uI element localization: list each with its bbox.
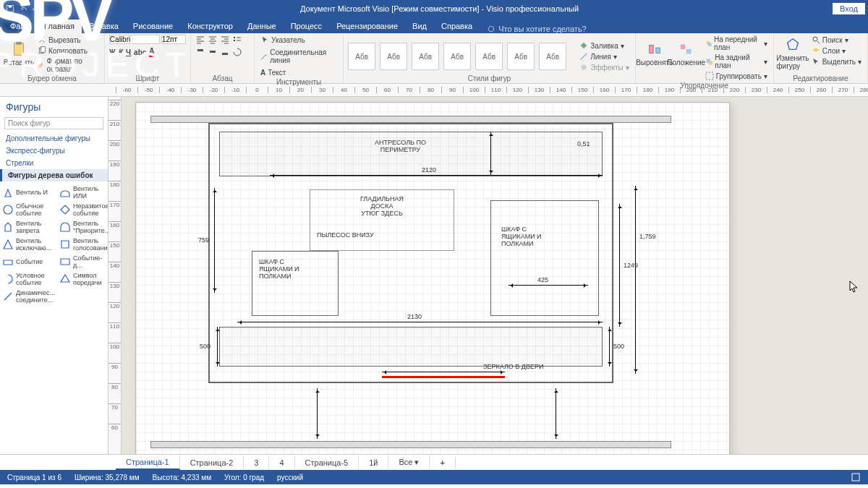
drawing-page[interactable]: АНТРЕСОЛЬ ПО ПЕРИМЕТРУ 2120 0,51 759 1,7… (136, 103, 729, 454)
group-clipboard-label: Буфер обмена (4, 74, 100, 83)
cut-button[interactable]: Вырезать (36, 35, 100, 45)
style-3[interactable]: Абв (412, 43, 439, 70)
shapes-cat-3[interactable]: Фигуры дерева ошибок (0, 169, 108, 181)
copy-button[interactable]: Копировать (36, 46, 100, 56)
stencil-0[interactable]: Вентиль И (1, 184, 56, 200)
align-middle-icon[interactable] (208, 47, 218, 57)
find-button[interactable]: Поиск▾ (810, 35, 863, 45)
status-height: Высота: 4,233 мм (153, 474, 211, 481)
line-button[interactable]: Линия▾ (578, 51, 630, 61)
label-cabinet-r: ШКАФ С ЯЩИКАМИ И ПОЛКАМИ (501, 226, 542, 247)
italic-button[interactable]: К (119, 48, 123, 56)
align-left-icon[interactable] (195, 35, 205, 45)
bottom-section[interactable] (219, 327, 603, 367)
style-6[interactable]: Абв (507, 43, 535, 70)
bring-front-button[interactable]: На передний план▾ (704, 35, 769, 52)
format-painter-button[interactable]: Формат по образцу (36, 56, 100, 74)
page-tab-1[interactable]: Страница-1 (116, 455, 180, 470)
change-shape-button[interactable]: Изменить фигуру (778, 35, 807, 72)
label-mirror: ЗЕРКАЛО В ДВЕРИ (483, 363, 543, 370)
font-color-button[interactable]: А (149, 47, 154, 57)
cabinet-right[interactable] (490, 200, 599, 316)
tab-help[interactable]: Справка (434, 20, 480, 33)
page-tab-6[interactable]: 1й (359, 456, 388, 469)
bullets-icon[interactable] (232, 35, 242, 45)
text-tool[interactable]: АТекст (259, 68, 339, 77)
shapes-search[interactable]: Поиск фигур (4, 117, 103, 129)
align-bottom-icon[interactable] (220, 47, 230, 57)
tab-data[interactable]: Данные (240, 20, 284, 33)
status-angle: Угол: 0 град (224, 474, 264, 481)
stencil-8[interactable]: Событие (1, 254, 56, 270)
tab-insert[interactable]: Вставка (82, 20, 126, 33)
tell-me[interactable]: Что вы хотите сделать? (487, 25, 587, 33)
align-center-icon[interactable] (208, 35, 218, 45)
svg-rect-3 (14, 43, 24, 55)
underline-button[interactable]: Ч (126, 48, 131, 56)
status-lang: русский (277, 474, 303, 481)
undo-icon[interactable] (19, 4, 27, 13)
align-top-icon[interactable] (195, 47, 205, 57)
font-family[interactable] (109, 35, 160, 44)
stencil-6[interactable]: Вентиль исключаю... (1, 236, 56, 252)
strike-button[interactable]: abc (134, 48, 146, 56)
stencil-3[interactable]: Неразвитое событие (59, 202, 108, 218)
send-back-button[interactable]: На задний план▾ (704, 53, 769, 70)
page-tab-4[interactable]: 4 (269, 456, 294, 469)
style-4[interactable]: Абв (443, 43, 471, 70)
style-5[interactable]: Абв (475, 43, 503, 70)
shapes-cat-0[interactable]: Дополнительные фигуры (0, 132, 108, 145)
view-mode-icon[interactable] (851, 472, 861, 482)
floor-dim-2 (556, 388, 556, 439)
stencil-2[interactable]: Обычное событие (1, 202, 56, 218)
shapes-cat-1[interactable]: Экспресс-фигуры (0, 145, 108, 157)
dim-mezz-h (490, 132, 491, 175)
align-right-icon[interactable] (220, 35, 230, 45)
tab-draw[interactable]: Рисование (126, 20, 180, 33)
stencil-10[interactable]: Условное событие (1, 271, 56, 287)
connector-tool[interactable]: Соединительная линия (259, 48, 339, 65)
svg-rect-21 (706, 72, 713, 80)
fill-button[interactable]: Заливка▾ (578, 40, 630, 51)
page-tab-3[interactable]: 3 (244, 456, 269, 469)
tab-design[interactable]: Конструктор (180, 20, 240, 33)
stencil-12[interactable]: Динамичес... соедините... (1, 288, 56, 304)
page-tab-all[interactable]: Все ▾ (388, 455, 430, 469)
stencil-5[interactable]: Вентиль "Приорите... (59, 219, 108, 235)
login-button[interactable]: Вход (833, 3, 865, 14)
page-tab-add[interactable]: + (430, 456, 455, 469)
pointer-tool[interactable]: Указатель (259, 35, 339, 45)
layers-button[interactable]: Слои▾ (810, 46, 863, 56)
bold-button[interactable]: Ж (109, 48, 116, 56)
stencil-1[interactable]: Вентиль ИЛИ (59, 184, 108, 200)
align-button[interactable]: Выровнять (640, 35, 669, 72)
select-button[interactable]: Выделить▾ (810, 56, 863, 67)
font-size[interactable] (161, 35, 186, 44)
page-tab-5[interactable]: Страница-5 (295, 456, 359, 469)
save-icon[interactable] (6, 4, 14, 13)
label-cabinet-l: ШКАФ С ЯЩИКАМИ И ПОЛКАМИ (259, 258, 299, 280)
stencil-4[interactable]: Вентиль запрета (1, 219, 56, 235)
effects-button[interactable]: Эффекты▾ (578, 62, 630, 72)
group-button[interactable]: Группировать▾ (704, 71, 769, 81)
tab-process[interactable]: Процесс (284, 20, 329, 33)
tab-file[interactable]: Файл (3, 20, 37, 33)
paste-button[interactable]: Вставить (4, 35, 33, 72)
style-1[interactable]: Абв (348, 43, 375, 70)
page-tab-2[interactable]: Страница-2 (180, 456, 244, 469)
svg-rect-23 (852, 474, 859, 481)
tab-home[interactable]: Главная (37, 20, 82, 33)
stencil-9[interactable]: Событие-д... (59, 254, 108, 270)
tab-review[interactable]: Рецензирование (329, 20, 405, 33)
stencil-7[interactable]: Вентиль голосования (59, 236, 108, 252)
mirror-door[interactable] (382, 376, 505, 378)
stencil-11[interactable]: Символ передачи (59, 271, 108, 287)
style-7[interactable]: Абв (539, 43, 566, 70)
shapes-cat-2[interactable]: Стрелки (0, 157, 108, 169)
style-2[interactable]: Абв (380, 43, 407, 70)
rotate-icon[interactable] (232, 47, 242, 57)
tab-view[interactable]: Вид (405, 20, 434, 33)
canvas[interactable]: АНТРЕСОЛЬ ПО ПЕРИМЕТРУ 2120 0,51 759 1,7… (122, 97, 868, 454)
position-button[interactable]: Положение (672, 35, 701, 72)
redo-icon[interactable] (32, 4, 41, 13)
